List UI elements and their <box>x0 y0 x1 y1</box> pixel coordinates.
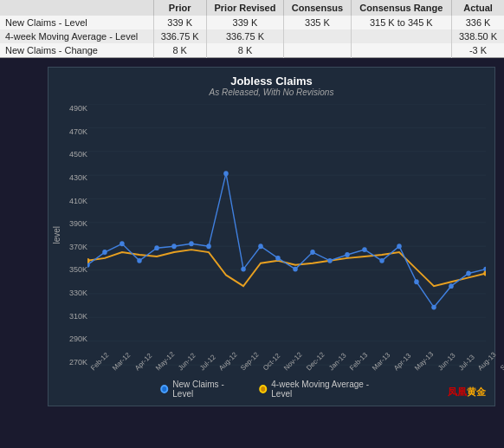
y-tick: 330K <box>61 289 87 297</box>
col-header-prior: Prior <box>153 0 206 16</box>
row-prior-revised-3: 8 K <box>206 43 284 58</box>
row-label-2: 4-week Moving Average - Level <box>0 29 153 43</box>
col-header-actual: Actual <box>452 0 504 16</box>
blue-line <box>87 173 486 307</box>
data-table: Prior Prior Revised Consensus Consensus … <box>0 0 504 58</box>
chart-subtitle: As Released, With No Revisions <box>48 88 494 101</box>
y-tick: 470K <box>61 127 87 136</box>
y-tick: 410K <box>61 197 87 205</box>
col-header-prior-revised: Prior Revised <box>206 0 284 16</box>
blue-dot <box>120 241 125 246</box>
row-consensus-2 <box>284 29 351 43</box>
chart-svg <box>87 104 486 367</box>
y-tick: 430K <box>61 173 87 182</box>
chart-background: Jobless Claims As Released, With No Revi… <box>48 67 495 406</box>
row-prior-revised-1: 339 K <box>206 16 284 29</box>
gold-dot <box>483 271 486 276</box>
row-consensus-range-3 <box>351 43 451 58</box>
blue-dot <box>362 247 367 252</box>
y-tick: 310K <box>61 312 87 321</box>
blue-dot <box>223 171 229 176</box>
legend-gold-label: 4-week Moving Average - Level <box>271 380 383 399</box>
col-header-consensus-range: Consensus Range <box>351 0 451 16</box>
y-tick: 450K <box>61 150 87 159</box>
y-tick: 390K <box>61 219 87 228</box>
chart-title: Jobless Claims <box>48 68 494 88</box>
blue-dot <box>258 243 263 249</box>
chart-container: Jobless Claims As Released, With No Revi… <box>0 58 504 448</box>
y-tick: 490K <box>61 104 87 113</box>
row-label-1: New Claims - Level <box>0 16 153 29</box>
chart-legend: New Claims - Level 4-week Moving Average… <box>160 380 384 399</box>
chart-area <box>87 104 486 367</box>
blue-dot <box>466 271 471 276</box>
y-tick: 350K <box>61 265 87 274</box>
watermark-text2: 黄金 <box>467 386 486 397</box>
col-header-consensus: Consensus <box>284 0 351 16</box>
blue-dot <box>137 258 142 263</box>
watermark: 凤凰黄金 <box>448 386 486 399</box>
blue-dot <box>431 305 436 310</box>
row-prior-1: 339 K <box>153 16 206 29</box>
blue-dot <box>275 256 281 261</box>
blue-dot <box>379 258 384 263</box>
blue-dot <box>414 279 419 284</box>
row-actual-1: 336 K <box>452 16 504 29</box>
blue-dot <box>310 250 315 255</box>
blue-dot <box>206 243 211 249</box>
legend-blue-icon <box>160 385 169 393</box>
row-prior-3: 8 K <box>153 43 206 58</box>
y-tick: 370K <box>61 243 87 251</box>
row-consensus-3 <box>284 43 351 58</box>
legend-gold-icon <box>259 385 268 393</box>
blue-dot <box>102 250 107 255</box>
row-actual-3: -3 K <box>452 43 504 58</box>
row-prior-2: 336.75 K <box>153 29 206 43</box>
legend-gold: 4-week Moving Average - Level <box>259 380 383 399</box>
blue-dot <box>171 243 177 249</box>
row-prior-revised-2: 336.75 K <box>206 29 284 43</box>
y-tick: 290K <box>61 334 87 343</box>
blue-dot <box>154 245 159 250</box>
svg-rect-1 <box>87 104 486 367</box>
row-label-3: New Claims - Change <box>0 43 153 58</box>
gold-dot <box>87 258 90 263</box>
table-row: New Claims - Change 8 K 8 K -3 K <box>0 43 504 58</box>
blue-dot <box>241 267 246 272</box>
row-consensus-range-1: 315 K to 345 K <box>351 16 451 29</box>
blue-dot <box>449 283 454 289</box>
row-consensus-1: 335 K <box>284 16 351 29</box>
col-header-label <box>0 0 153 16</box>
blue-dot <box>397 243 402 249</box>
row-consensus-range-2 <box>351 29 451 43</box>
blue-dot <box>189 241 194 246</box>
y-axis-label: level <box>52 226 61 244</box>
legend-blue-label: New Claims - Level <box>172 380 241 399</box>
blue-dot <box>293 267 298 272</box>
y-tick: 270K <box>61 358 87 367</box>
watermark-text1: 凤凰 <box>448 386 467 397</box>
table-row: 4-week Moving Average - Level 336.75 K 3… <box>0 29 504 43</box>
blue-dot <box>345 252 350 257</box>
row-actual-2: 338.50 K <box>452 29 504 43</box>
blue-dot <box>327 258 333 263</box>
table-row: New Claims - Level 339 K 339 K 335 K 315… <box>0 16 504 29</box>
legend-blue: New Claims - Level <box>160 380 242 399</box>
x-tick: Sep-13 <box>499 351 504 373</box>
y-axis-labels: 490K 470K 450K 430K 410K 390K 370K 350K … <box>61 104 87 367</box>
